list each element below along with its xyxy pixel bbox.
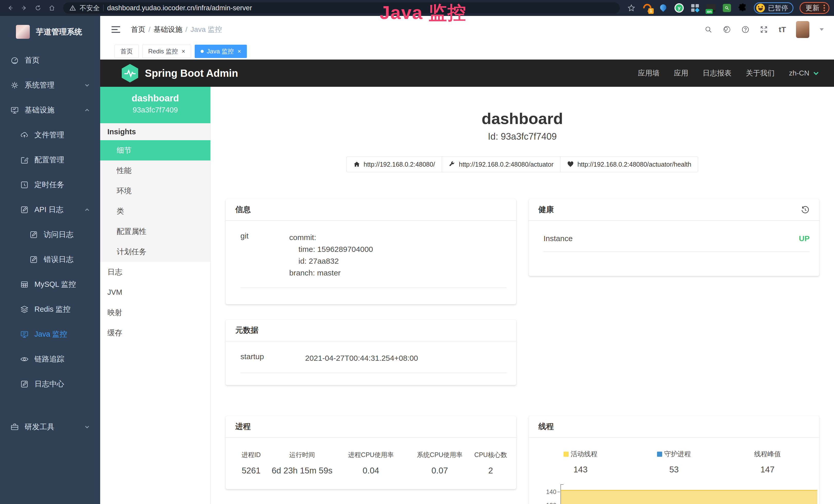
fullscreen-icon[interactable] xyxy=(759,25,769,35)
page-url[interactable]: dashboard.yudao.iocoder.cn/infra/admin-s… xyxy=(107,4,252,12)
github-icon[interactable] xyxy=(722,25,732,35)
sba-menu-mappings[interactable]: 映射 xyxy=(100,302,211,323)
sba-header: Spring Boot Admin 应用墙 应用 日志报表 关于我们 zh-CN xyxy=(100,60,834,87)
sba-nav-wallboard[interactable]: 应用墙 xyxy=(638,68,660,78)
instance-id: 93a3fc7f7409 xyxy=(100,106,211,114)
sidebar-item-api-log[interactable]: API 日志 xyxy=(0,197,100,222)
instance-header[interactable]: dashboard 93a3fc7f7409 xyxy=(100,87,211,123)
extension-y-icon[interactable]: y xyxy=(674,3,684,13)
health-panel: 健康 Instance UP xyxy=(529,199,819,276)
sidebar-item-tracing[interactable]: 链路追踪 xyxy=(0,347,100,371)
browser-menu-icon[interactable] xyxy=(824,5,825,11)
sidebar-item-file-management[interactable]: 文件管理 xyxy=(0,122,100,147)
process-col-process-cpu: 进程CPU使用率 xyxy=(335,451,407,459)
sidebar-item-system[interactable]: 系统管理 xyxy=(0,73,100,97)
sidebar-item-config-management[interactable]: 配置管理 xyxy=(0,147,100,172)
health-url-button[interactable]: http://192.168.0.2:48080/actuator/health xyxy=(560,156,698,172)
sidebar-item-java-monitor[interactable]: Java 监控 xyxy=(0,322,100,347)
sba-nav-about[interactable]: 关于我们 xyxy=(746,68,775,78)
avatar[interactable] xyxy=(796,21,809,38)
sba-menu-caches[interactable]: 缓存 xyxy=(100,323,211,343)
sba-menu-environment[interactable]: 环境 xyxy=(100,181,211,201)
browser-forward-button[interactable] xyxy=(19,2,30,14)
security-label[interactable]: 不安全 xyxy=(80,4,100,13)
sidebar-toggle-icon[interactable] xyxy=(111,24,123,35)
page-instance-id: Id: 93a3fc7f7409 xyxy=(211,131,834,142)
sba-brand-title[interactable]: Spring Boot Admin xyxy=(145,68,238,79)
status-badge: UP xyxy=(799,234,810,243)
brand-row[interactable]: 芋道管理系统 xyxy=(0,16,100,48)
chevron-down-icon xyxy=(84,423,90,430)
extension-puzzle-icon[interactable] xyxy=(738,3,748,13)
admin-sidebar: 芋道管理系统 首页 系统管理 基础设施 文件管理 xyxy=(0,16,100,504)
sba-menu-details[interactable]: 细节 xyxy=(100,140,211,160)
process-col-cpus: CPU核心数 xyxy=(473,451,509,459)
daemon-threads-label: 守护进程 xyxy=(664,450,691,459)
address-bar[interactable]: 不安全 dashboard.yudao.iocoder.cn/infra/adm… xyxy=(63,2,620,14)
edit-icon xyxy=(20,156,29,164)
profile-emoji-icon xyxy=(756,4,765,12)
browser-reload-button[interactable] xyxy=(32,2,44,14)
extension-grid-icon[interactable] xyxy=(690,3,700,13)
sidebar-item-access-log[interactable]: 访问日志 xyxy=(0,222,100,247)
sidebar-item-redis-monitor[interactable]: Redis 监控 xyxy=(0,297,100,322)
browser-home-button[interactable] xyxy=(46,2,58,14)
extension-pin-icon[interactable] xyxy=(658,3,668,13)
close-icon[interactable] xyxy=(182,48,185,54)
sidebar-item-scheduled-jobs[interactable]: 定时任务 xyxy=(0,172,100,197)
sba-menu-logs[interactable]: 日志 xyxy=(100,262,211,282)
heart-icon xyxy=(567,161,574,168)
tab-redis-monitor[interactable]: Redis 监控 xyxy=(142,45,191,58)
sba-nav-applications[interactable]: 应用 xyxy=(674,68,688,78)
extension-switch-icon[interactable]: on xyxy=(706,3,716,13)
profile-paused-chip[interactable]: 已暂停 xyxy=(754,2,793,14)
sba-nav-journal[interactable]: 日志报表 xyxy=(703,68,731,78)
metadata-row-label: startup xyxy=(240,352,305,364)
tab-java-monitor[interactable]: Java 监控 xyxy=(195,45,247,58)
sba-menu-classes[interactable]: 类 xyxy=(100,201,211,221)
sidebar-item-log-center[interactable]: 日志中心 xyxy=(0,371,100,396)
search-icon[interactable] xyxy=(704,25,713,35)
cloud-upload-icon xyxy=(20,131,29,139)
sidebar-item-error-log[interactable]: 错误日志 xyxy=(0,247,100,272)
sba-menu-jvm[interactable]: JVM xyxy=(100,282,211,302)
breadcrumb-home[interactable]: 首页 xyxy=(131,25,151,35)
sidebar-item-home[interactable]: 首页 xyxy=(0,48,100,73)
process-col-system-cpu: 系统CPU使用率 xyxy=(407,451,473,459)
breadcrumb: 首页 基础设施 Java 监控 xyxy=(131,25,225,35)
extension-leaf-icon[interactable] xyxy=(722,3,732,13)
sba-menu-scheduled-tasks[interactable]: 计划任务 xyxy=(100,242,211,262)
daemon-threads-value: 53 xyxy=(627,465,721,475)
insights-section-label: Insights xyxy=(100,123,211,140)
browser-update-button[interactable]: 更新 xyxy=(799,2,829,14)
active-dot xyxy=(201,50,204,53)
close-icon[interactable] xyxy=(237,48,241,54)
help-icon[interactable] xyxy=(741,25,750,35)
sidebar-item-infrastructure[interactable]: 基础设施 xyxy=(0,97,100,122)
extension-proxy-icon[interactable]: 1 xyxy=(642,3,652,13)
browser-back-button[interactable] xyxy=(5,2,16,14)
tab-home[interactable]: 首页 xyxy=(114,45,139,58)
actuator-url-button[interactable]: http://192.168.0.2:48080/actuator xyxy=(442,156,561,172)
sidebar-item-mysql-monitor[interactable]: MySQL 监控 xyxy=(0,272,100,297)
process-pid-value: 5261 xyxy=(233,466,269,476)
sidebar-item-dev-tools[interactable]: 研发工具 xyxy=(0,414,100,439)
security-warning-icon[interactable] xyxy=(69,5,76,11)
sba-language-select[interactable]: zh-CN xyxy=(789,69,820,77)
bookmark-star-icon[interactable] xyxy=(627,3,636,13)
threads-panel: 线程 活动线程 守护进程 线程峰值 143 53 147 140 120 xyxy=(529,416,819,504)
process-cpu-value: 0.04 xyxy=(335,466,407,476)
sba-menu-config-props[interactable]: 配置属性 xyxy=(100,221,211,242)
monitor-icon xyxy=(20,330,29,339)
sba-content: dashboard Id: 93a3fc7f7409 http://192.16… xyxy=(211,87,834,504)
git-commit-line: commit: xyxy=(289,232,506,244)
active-threads-label: 活动线程 xyxy=(571,450,597,459)
breadcrumb-infrastructure[interactable]: 基础设施 xyxy=(154,25,188,35)
avatar-caret-icon[interactable] xyxy=(820,28,824,31)
paused-label: 已暂停 xyxy=(768,4,788,13)
service-url-button[interactable]: http://192.168.0.2:48080/ xyxy=(347,156,442,172)
sba-menu-metrics[interactable]: 性能 xyxy=(100,160,211,181)
health-history-icon[interactable] xyxy=(801,205,810,214)
text-size-icon[interactable]: tT xyxy=(777,25,787,35)
process-table: 进程ID 运行时间 进程CPU使用率 系统CPU使用率 CPU核心数 5261 … xyxy=(233,451,509,476)
